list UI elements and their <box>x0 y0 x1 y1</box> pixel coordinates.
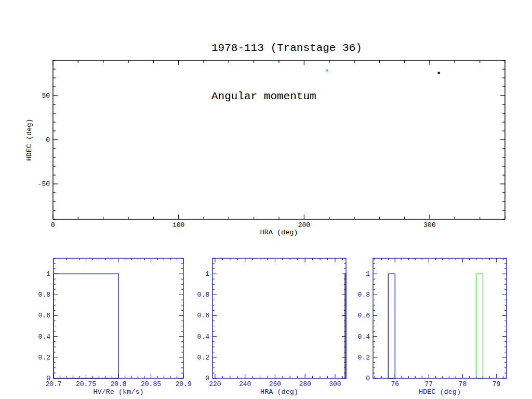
y-tick-label: 0.4 <box>38 333 51 341</box>
y-tick-label: 1 <box>366 270 370 278</box>
scatter-point <box>326 70 328 72</box>
x-tick-label: 280 <box>299 380 311 388</box>
x-axis-label: HRA (deg) <box>260 229 298 236</box>
hist-hra-chart: 22024026028030000.20.40.60.81HRA (deg) <box>197 258 346 396</box>
histogram-bar <box>54 274 118 378</box>
axis-ticks <box>53 60 505 219</box>
x-tick-label: 300 <box>329 380 341 388</box>
x-tick-label: 20.8 <box>110 380 126 388</box>
y-axis-label: HDEC (deg) <box>25 118 33 161</box>
x-tick-label: 260 <box>269 380 281 388</box>
tick-labels: 7677787900.20.40.60.81 <box>358 270 501 388</box>
x-tick-label: 200 <box>298 221 310 229</box>
y-tick-label: 0.8 <box>197 291 209 299</box>
y-tick-label: 0 <box>205 375 209 382</box>
axis-ticks <box>373 258 507 378</box>
x-tick-label: 0 <box>51 221 55 229</box>
plot-frame <box>373 258 507 378</box>
y-tick-label: 1 <box>46 270 50 278</box>
plot-page: 1978-113 (Transtage 36) Angular momentum… <box>0 0 532 399</box>
x-tick-label: 76 <box>391 380 399 388</box>
scatter-point <box>438 72 440 74</box>
x-tick-label: 220 <box>209 380 221 388</box>
y-tick-label: 0 <box>46 375 50 382</box>
x-tick-label: 300 <box>423 221 435 229</box>
y-tick-label: 0.6 <box>197 312 209 320</box>
x-tick-label: 240 <box>239 380 251 388</box>
x-tick-label: 79 <box>493 380 501 388</box>
y-tick-label: 1 <box>205 270 209 278</box>
y-tick-label: 0.4 <box>358 333 370 341</box>
y-tick-label: 0.6 <box>358 312 370 320</box>
y-tick-label: 0.2 <box>38 354 50 362</box>
x-tick-label: 20.85 <box>141 380 161 388</box>
x-axis-label: HV/Re (km/s) <box>93 388 143 396</box>
x-tick-label: 78 <box>459 380 467 388</box>
x-axis-label: HDEC (deg) <box>419 388 461 396</box>
x-tick-label: 100 <box>172 221 184 229</box>
y-tick-label: 0.8 <box>358 291 370 299</box>
x-tick-label: 20.9 <box>175 380 191 388</box>
y-tick-label: 0 <box>46 136 50 144</box>
y-tick-label: 0.8 <box>38 291 50 299</box>
plots-canvas: 0100200300-50050HRA (deg)HDEC (deg)20.72… <box>0 0 532 399</box>
hist-hdec-chart: 7677787900.20.40.60.81HDEC (deg) <box>358 258 507 396</box>
scatter-main-chart: 0100200300-50050HRA (deg)HDEC (deg) <box>25 60 505 236</box>
histogram-bar <box>388 274 395 378</box>
plot-frame <box>212 258 346 378</box>
axis-ticks <box>212 258 346 378</box>
plot-frame <box>53 60 505 219</box>
x-tick-label: 20.75 <box>76 380 96 388</box>
y-tick-label: 0 <box>366 375 370 382</box>
y-tick-label: 0.4 <box>197 333 210 341</box>
tick-labels: 22024026028030000.20.40.60.81 <box>197 270 341 388</box>
y-tick-label: 0.2 <box>358 354 370 362</box>
tick-labels: 0100200300-50050 <box>38 92 436 229</box>
y-tick-label: 0.2 <box>197 354 209 362</box>
hist-hvre-chart: 20.720.7520.820.8520.900.20.40.60.81HV/R… <box>38 258 192 396</box>
tick-labels: 20.720.7520.820.8520.900.20.40.60.81 <box>38 270 192 388</box>
y-tick-label: 0.6 <box>38 312 50 320</box>
y-tick-label: 50 <box>42 92 50 100</box>
x-tick-label: 77 <box>425 380 433 388</box>
histogram-bar <box>476 274 483 378</box>
x-axis-label: HRA (deg) <box>260 388 298 396</box>
y-tick-label: -50 <box>38 180 50 188</box>
